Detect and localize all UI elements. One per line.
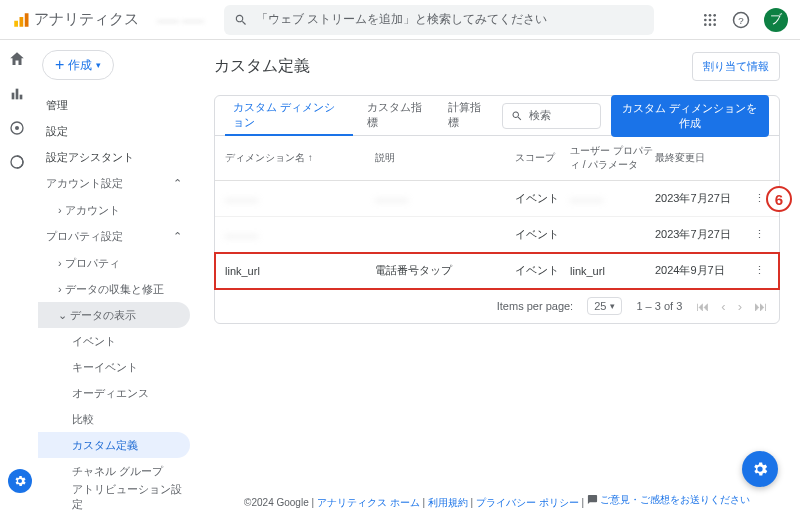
svg-rect-0 [14, 20, 18, 26]
svg-point-10 [709, 23, 712, 26]
chevron-down-icon: ⌄ [58, 309, 70, 322]
property-section[interactable]: プロパティ設定⌃ [38, 223, 190, 250]
breadcrumb: —— —— [157, 14, 204, 26]
footer-terms[interactable]: 利用規約 [428, 496, 468, 507]
reports-icon[interactable] [9, 86, 25, 102]
definitions-card: カスタム ディメンション カスタム指標 計算指標 検索 カスタム ディメンション… [214, 95, 780, 324]
help-icon[interactable]: ? [732, 11, 750, 29]
svg-rect-15 [16, 89, 19, 100]
chevron-right-icon: › [58, 257, 65, 269]
quota-button[interactable]: 割り当て情報 [692, 52, 780, 81]
main-panel: カスタム定義 割り当て情報 カスタム ディメンション カスタム指標 計算指標 検… [194, 40, 800, 513]
sidebar-data-display[interactable]: ⌄ データの表示 [38, 302, 190, 328]
account-section[interactable]: アカウント設定⌃ [38, 170, 190, 197]
col-scope: スコープ [515, 144, 570, 172]
svg-point-4 [709, 14, 712, 17]
items-per-page-select[interactable]: 25 ▾ [587, 297, 622, 315]
sidebar-account[interactable]: › アカウント [38, 197, 190, 223]
sidebar-assistant[interactable]: 設定アシスタント [38, 144, 190, 170]
footer-home[interactable]: アナリティクス ホーム [317, 496, 420, 507]
create-button[interactable]: + 作成 ▾ [42, 50, 114, 80]
next-page-icon[interactable]: › [738, 299, 742, 314]
create-dimension-button[interactable]: カスタム ディメンションを作成 [611, 95, 769, 137]
sidebar-custom-def[interactable]: カスタム定義 [38, 432, 190, 458]
chevron-down-icon: ▾ [610, 301, 615, 311]
sidebar-events[interactable]: イベント [38, 328, 190, 354]
sidebar-compare[interactable]: 比較 [38, 406, 190, 432]
admin-sidebar: + 作成 ▾ 管理 設定 設定アシスタント アカウント設定⌃ › アカウント プ… [34, 40, 194, 513]
search-icon [234, 13, 248, 27]
chevron-up-icon: ⌃ [173, 177, 182, 190]
gear-icon [13, 474, 27, 488]
home-icon[interactable] [8, 50, 26, 68]
sidebar-data-collect[interactable]: › データの収集と修正 [38, 276, 190, 302]
svg-point-11 [713, 23, 716, 26]
page-range: 1 – 3 of 3 [636, 300, 682, 312]
sidebar-audiences[interactable]: オーディエンス [38, 380, 190, 406]
explore-icon[interactable] [9, 120, 25, 136]
admin-gear-button[interactable] [8, 469, 32, 493]
page-title: カスタム定義 [214, 56, 310, 77]
feedback-icon [587, 494, 598, 505]
advertising-icon[interactable] [9, 154, 25, 170]
last-page-icon[interactable]: ⏭ [754, 299, 767, 314]
prev-page-icon[interactable]: ‹ [721, 299, 725, 314]
avatar-letter: ブ [770, 11, 782, 28]
sidebar-attribution[interactable]: アトリビューション設定 [38, 484, 190, 510]
chevron-up-icon: ⌃ [173, 230, 182, 243]
footer-privacy[interactable]: プライバシー ポリシー [476, 496, 579, 507]
sidebar-property[interactable]: › プロパティ [38, 250, 190, 276]
sidebar-settings[interactable]: 設定 [38, 118, 190, 144]
avatar[interactable]: ブ [764, 8, 788, 32]
sidebar-channel[interactable]: チャネル グループ [38, 458, 190, 484]
svg-rect-14 [12, 93, 15, 100]
svg-rect-16 [20, 95, 23, 100]
svg-rect-2 [25, 13, 29, 27]
tab-metrics[interactable]: カスタム指標 [359, 96, 434, 136]
annotation-6: 6 [766, 186, 792, 212]
global-search[interactable]: 「ウェブ ストリームを追加」と検索してみてください [224, 5, 654, 35]
tab-dimensions[interactable]: カスタム ディメンション [225, 96, 353, 136]
first-page-icon[interactable]: ⏮ [696, 299, 709, 314]
chevron-right-icon: › [58, 283, 65, 295]
svg-point-18 [15, 126, 19, 130]
svg-rect-1 [20, 17, 24, 27]
items-per-page-label: Items per page: [497, 300, 573, 312]
chevron-down-icon: ▾ [96, 60, 101, 70]
svg-point-5 [713, 14, 716, 17]
row-menu-icon[interactable]: ⋮ [749, 228, 769, 241]
table-search[interactable]: 検索 [502, 103, 601, 129]
nav-rail [0, 40, 34, 513]
svg-point-9 [704, 23, 707, 26]
chevron-right-icon: › [58, 204, 65, 216]
product-name: アナリティクス [34, 10, 139, 29]
footer: ©2024 Google | アナリティクス ホーム | 利用規約 | プライバ… [194, 493, 800, 510]
pagination: Items per page: 25 ▾ 1 – 3 of 3 ⏮ ‹ › ⏭ [215, 289, 779, 323]
search-icon [511, 110, 523, 122]
tab-calculated[interactable]: 計算指標 [440, 96, 496, 136]
table-row: ——————イベント———2023年7月27日⋮ [215, 181, 779, 217]
col-param: ユーザー プロパティ / パラメータ [570, 144, 655, 172]
table-header: ディメンション名 ↑ 説明 スコープ ユーザー プロパティ / パラメータ 最終… [215, 136, 779, 181]
product-logo[interactable]: アナリティクス [12, 10, 139, 29]
sidebar-admin[interactable]: 管理 [38, 92, 190, 118]
search-placeholder: 「ウェブ ストリームを追加」と検索してみてください [256, 11, 547, 28]
row-menu-icon[interactable]: ⋮ [749, 264, 769, 277]
svg-point-3 [704, 14, 707, 17]
quick-settings-fab[interactable] [742, 451, 778, 487]
sidebar-key-events[interactable]: キーイベント [38, 354, 190, 380]
table-row: link_url電話番号タップイベントlink_url2024年9月7日⋮ [215, 253, 779, 289]
apps-icon[interactable] [702, 12, 718, 28]
col-desc: 説明 [375, 144, 515, 172]
analytics-icon [12, 11, 30, 29]
col-name[interactable]: ディメンション名 ↑ [225, 144, 375, 172]
svg-point-7 [709, 18, 712, 21]
col-date: 最終変更日 [655, 144, 749, 172]
svg-point-8 [713, 18, 716, 21]
create-label: 作成 [68, 57, 92, 74]
footer-feedback[interactable]: ご意見・ご感想をお送りください [600, 493, 750, 507]
svg-text:?: ? [738, 14, 744, 25]
sparkle-gear-icon [751, 460, 769, 478]
table-search-placeholder: 検索 [529, 108, 551, 123]
top-bar: アナリティクス —— —— 「ウェブ ストリームを追加」と検索してみてください … [0, 0, 800, 40]
